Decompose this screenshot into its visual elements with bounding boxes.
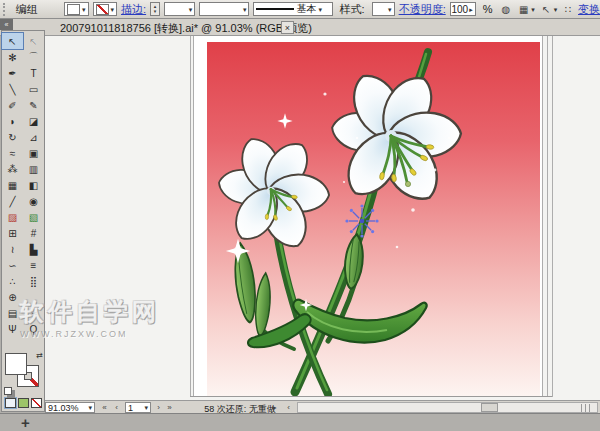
crop-area-tool[interactable]: ⊞ (2, 225, 23, 241)
blob-brush-tool[interactable]: ◗ (2, 113, 23, 129)
horizontal-scrollbar[interactable] (297, 402, 598, 413)
chevron-down-icon: ▾ (243, 6, 247, 13)
rectangle-tool[interactable]: ▭ (23, 81, 44, 97)
chevron-down-icon: ▾ (189, 6, 193, 13)
select-similar-button[interactable]: ↖ ▾ (539, 2, 558, 16)
default-fill-stroke-icon[interactable] (4, 387, 12, 395)
lasso-tool[interactable]: ⌒ (23, 49, 44, 65)
brush-name: 基本 (296, 2, 316, 16)
align-grid-icon: ▦ (516, 2, 531, 16)
opacity-panel-link[interactable]: 不透明度: (399, 2, 446, 17)
paintbrush-tool[interactable]: ✐ (2, 97, 23, 113)
artboard-guide-line (190, 36, 191, 397)
document-title: 200791011818756 [转换].ai* @ 91.03% (RGB/预… (60, 21, 312, 36)
zoom-level-dropdown[interactable]: 91.03% ▾ (45, 402, 95, 413)
eraser-tool[interactable]: ◪ (23, 113, 44, 129)
chevron-down-icon: ▾ (531, 6, 535, 13)
none-mode-button[interactable] (31, 398, 42, 408)
horizontal-scrollbar-thumb[interactable] (481, 403, 498, 412)
direct-selection-tool[interactable]: ↖ (23, 33, 44, 49)
eyedropper-tool[interactable]: ╱ (2, 193, 23, 209)
wave-tool[interactable]: ∽ (2, 257, 23, 273)
chevron-down-icon: ▾ (144, 404, 148, 411)
artboard-bottom-line (190, 396, 552, 397)
type-tool[interactable]: T (23, 65, 44, 81)
swap-fill-stroke-icon[interactable]: ⇄ (36, 351, 43, 360)
twirl-tool[interactable]: ∴ (2, 273, 23, 289)
tool-grid: ↖ ↖ ✻ ⌒ ✒ T ╲ ▭ ✐ ✎ ◗ ◪ ↻ ⊿ ≈ ▣ ⁂ ▥ ▦ ◧ … (2, 31, 44, 337)
stroke-color-dropdown[interactable]: ▾ (93, 2, 118, 16)
plus-cursor-mark: + (21, 414, 30, 431)
page-tiling-line (552, 36, 553, 397)
stroke-panel-link[interactable]: 描边: (121, 2, 146, 17)
symbol-sprayer-tool[interactable]: ⁂ (2, 161, 23, 177)
artboard-guide-line (547, 36, 548, 397)
slice-tool[interactable]: # (23, 225, 44, 241)
mesh-tool[interactable]: ▦ (2, 177, 23, 193)
graph-tool[interactable]: ▙ (23, 241, 44, 257)
artwork-lilies[interactable] (207, 42, 540, 396)
fill-color-swatch[interactable] (5, 353, 27, 375)
selection-tool[interactable]: ↖ (2, 33, 23, 49)
wrinkle-tool[interactable]: ⣿ (23, 273, 44, 289)
recolor-artwork-icon[interactable]: ◍ (499, 2, 512, 16)
variable-width-dropdown[interactable]: ▾ (199, 2, 249, 16)
chevron-down-icon: ▾ (318, 6, 322, 13)
control-bar: 编组 ▾ ▾ 描边: ▴ ▾ ▾ ▾ 基本 ▾ 样式: ▾ 不透明度: (0, 0, 600, 19)
warp-tool[interactable]: ≈ (2, 145, 23, 161)
chevron-down-icon: ▾ (111, 6, 115, 13)
gradient-tool[interactable]: ◧ (23, 177, 44, 193)
rotate-tool[interactable]: ↻ (2, 129, 23, 145)
stroke-weight-stepper[interactable]: ▴ ▾ (150, 2, 160, 16)
stepper-down-icon[interactable]: ▾ (154, 9, 157, 14)
first-artboard-button[interactable]: « (99, 402, 110, 413)
scissors-tool[interactable]: ✂ (23, 305, 44, 321)
last-artboard-button[interactable]: » (164, 402, 175, 413)
opacity-input[interactable]: 100 ▸ (450, 2, 476, 16)
gradient-mode-button[interactable] (18, 398, 29, 408)
stroke-weight-dropdown[interactable]: ▾ (164, 2, 196, 16)
pen-tool[interactable]: ✒ (2, 65, 23, 81)
align-options-button[interactable]: ▦ ▾ (516, 2, 535, 16)
canvas-pasteboard[interactable] (43, 36, 600, 400)
comb-tool[interactable]: ≡ (23, 257, 44, 273)
free-transform-tool[interactable]: ▣ (23, 145, 44, 161)
select-arrow-icon: ↖ (539, 2, 554, 16)
fill-color-swatch-icon (67, 4, 80, 15)
transform-panel-link[interactable]: 变换 (578, 2, 600, 17)
document-titlebar: « 200791011818756 [转换].ai* @ 91.03% (RGB… (0, 19, 600, 36)
next-artboard-button[interactable]: › (153, 402, 164, 413)
tools-panel: ↖ ↖ ✻ ⌒ ✒ T ╲ ▭ ✐ ✎ ◗ ◪ ↻ ⊿ ≈ ▣ ⁂ ▥ ▦ ◧ … (1, 30, 45, 412)
scale-tool[interactable]: ⊿ (23, 129, 44, 145)
live-paint-bucket-tool[interactable]: ▨ (2, 209, 23, 225)
status-popup-icon[interactable]: ▸ (269, 402, 280, 413)
column-graph-tool[interactable]: ▥ (23, 161, 44, 177)
blend-tool[interactable]: ◉ (23, 193, 44, 209)
pencil-tool[interactable]: ✎ (23, 97, 44, 113)
chevron-down-icon: ▾ (554, 6, 558, 13)
zoom-level-value: 91.03% (48, 403, 79, 413)
hand-tool[interactable]: Ψ (2, 321, 23, 337)
prev-artboard-button[interactable]: ‹ (111, 402, 122, 413)
zoom-tool[interactable]: Ϙ (23, 321, 44, 337)
fill-color-dropdown[interactable]: ▾ (64, 2, 89, 16)
magic-wand-tool[interactable]: ✻ (2, 49, 23, 65)
isolate-selection-icon[interactable]: ∷ (561, 2, 574, 16)
brush-definition-dropdown[interactable]: 基本 ▾ (253, 2, 332, 16)
style-label: 样式: (337, 2, 368, 17)
panel-grip[interactable] (3, 3, 7, 16)
illustrator-window: 编组 ▾ ▾ 描边: ▴ ▾ ▾ ▾ 基本 ▾ 样式: ▾ 不透明度: (0, 0, 600, 431)
line-segment-tool[interactable]: ╲ (2, 81, 23, 97)
close-document-button[interactable]: × (281, 21, 294, 34)
panel-collapse-button[interactable]: « (0, 19, 13, 30)
artboard-number-dropdown[interactable]: 1 ▾ (125, 402, 151, 413)
width-tool[interactable]: ≀ (2, 241, 23, 257)
slice-select-tool[interactable]: ▤ (2, 305, 23, 321)
artboard-tool[interactable]: ⊕ (2, 289, 23, 305)
graphic-style-dropdown[interactable]: ▾ (372, 2, 395, 16)
color-mode-button[interactable] (5, 398, 16, 408)
scroll-left-button[interactable]: ‹ (283, 402, 294, 413)
selection-type-label: 编组 (13, 2, 41, 17)
live-paint-selection-tool[interactable]: ▧ (23, 209, 44, 225)
chevron-down-icon: ▾ (388, 6, 392, 13)
